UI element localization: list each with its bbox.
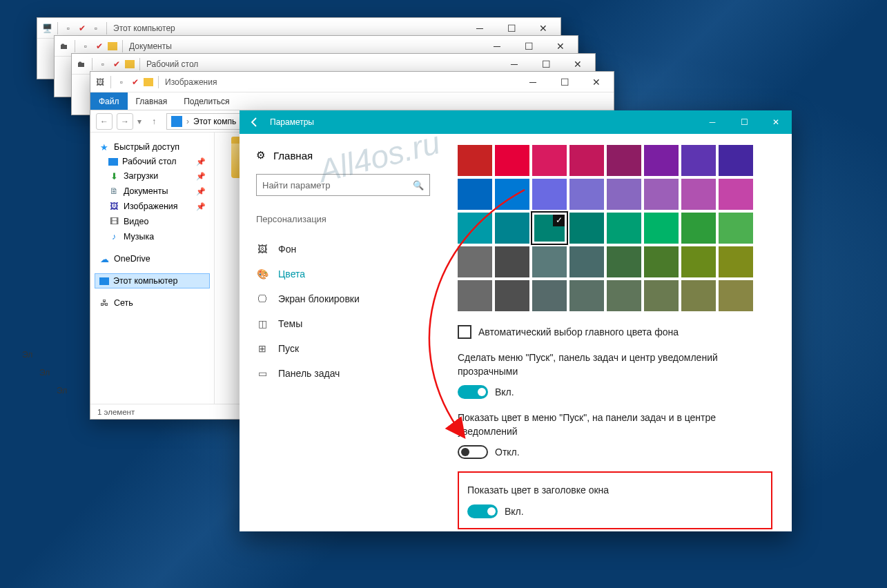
color-swatch[interactable] — [607, 179, 641, 210]
auto-pick-row[interactable]: Автоматический выбор главного цвета фона — [458, 325, 772, 339]
settings-category: Персонализация — [256, 214, 430, 224]
transparency-label: Сделать меню "Пуск", панель задач и цент… — [458, 351, 772, 378]
partial-label: Эл — [22, 350, 32, 360]
color-swatch[interactable] — [719, 213, 753, 244]
sidebar-item-videos[interactable]: 🎞 Видео — [95, 214, 210, 229]
color-swatch[interactable] — [607, 246, 641, 277]
close-button[interactable]: ✕ — [760, 110, 792, 134]
sidebar-item-desktop[interactable]: Рабочий стол 📌 — [95, 155, 210, 168]
color-swatch[interactable] — [719, 280, 753, 311]
color-swatch[interactable] — [495, 179, 529, 210]
cloud-icon: ☁ — [99, 253, 110, 264]
nav-forward-button[interactable]: → — [117, 113, 133, 130]
minimize-button[interactable]: ─ — [696, 110, 728, 134]
highlight-box: Показать цвет в заголовке окна Вкл. — [458, 471, 772, 529]
color-swatch[interactable] — [569, 145, 604, 176]
nav-up-button[interactable]: ↑ — [146, 113, 162, 130]
show-color-start-toggle[interactable] — [458, 445, 488, 459]
transparency-toggle[interactable] — [458, 385, 488, 399]
color-swatch[interactable] — [681, 280, 716, 311]
color-swatch[interactable] — [569, 246, 604, 277]
color-swatch[interactable] — [495, 145, 529, 176]
color-swatch[interactable] — [532, 280, 567, 311]
color-swatch[interactable] — [569, 213, 604, 244]
theme-icon: ◫ — [256, 318, 269, 329]
nav-back-button[interactable]: ← — [96, 113, 113, 130]
settings-title: Параметры — [270, 117, 314, 127]
ribbon-tab-share[interactable]: Поделиться — [175, 92, 237, 110]
color-swatch[interactable] — [644, 179, 679, 210]
color-swatch[interactable] — [569, 280, 604, 311]
color-swatch[interactable] — [719, 246, 753, 277]
sidebar-this-pc[interactable]: Этот компьютер — [95, 273, 210, 288]
sidebar-item-pictures[interactable]: 🖼 Изображения 📌 — [95, 199, 210, 214]
pin-icon: 📌 — [196, 202, 206, 211]
color-swatch[interactable] — [532, 145, 567, 176]
color-swatch[interactable] — [719, 145, 753, 176]
sidebar-onedrive[interactable]: ☁ OneDrive — [95, 251, 210, 266]
color-swatch[interactable] — [607, 145, 641, 176]
color-swatch[interactable] — [681, 246, 716, 277]
color-swatch[interactable] — [458, 213, 492, 244]
color-swatch[interactable] — [681, 213, 716, 244]
nav-item-start[interactable]: ⊞ Пуск — [256, 336, 430, 361]
window-title: Этот компьютер — [113, 23, 175, 33]
music-icon: ♪ — [108, 231, 119, 242]
color-swatch[interactable] — [495, 246, 529, 277]
pictures-icon: 🖼 — [95, 77, 106, 88]
window-title: Документы — [129, 41, 172, 51]
show-color-title-toggle[interactable] — [467, 504, 498, 518]
color-swatch[interactable] — [458, 145, 492, 176]
window-title: Изображения — [165, 77, 217, 87]
settings-home[interactable]: ⚙ Главная — [256, 149, 430, 161]
color-swatch[interactable] — [569, 179, 604, 210]
checkbox[interactable] — [458, 325, 471, 339]
color-swatch[interactable] — [607, 280, 641, 311]
color-swatch[interactable] — [458, 179, 492, 210]
color-swatch[interactable] — [458, 280, 492, 311]
color-swatch[interactable] — [458, 246, 492, 277]
maximize-button[interactable]: ☐ — [728, 110, 760, 134]
nav-item-lockscreen[interactable]: 🖵 Экран блокировки — [256, 286, 430, 311]
pictures-icon: 🖼 — [108, 201, 119, 212]
ribbon-tab-file[interactable]: Файл — [90, 92, 128, 110]
search-input[interactable]: Найти параметр 🔍 — [256, 174, 430, 196]
ribbon: Файл Главная Поделиться — [90, 92, 614, 110]
nav-item-background[interactable]: 🖼 Фон — [256, 237, 430, 262]
sidebar-item-documents[interactable]: 🗎 Документы 📌 — [95, 184, 210, 199]
sidebar-network[interactable]: 🖧 Сеть — [95, 295, 210, 311]
documents-icon: 🗎 — [108, 186, 119, 197]
color-swatch[interactable] — [644, 246, 679, 277]
color-swatch[interactable] — [495, 280, 529, 311]
start-icon: ⊞ — [256, 343, 269, 354]
color-swatch[interactable] — [681, 179, 716, 210]
sidebar-item-music[interactable]: ♪ Музыка — [95, 229, 210, 244]
minimize-button[interactable]: ─ — [517, 72, 549, 92]
sidebar-item-downloads[interactable]: ⬇ Загрузки 📌 — [95, 168, 210, 184]
color-swatch[interactable] — [495, 213, 529, 244]
color-swatch[interactable] — [607, 213, 641, 244]
close-button[interactable]: ✕ — [581, 72, 612, 92]
color-swatch[interactable] — [644, 213, 679, 244]
check-icon: ✓ — [553, 214, 565, 226]
nav-item-themes[interactable]: ◫ Темы — [256, 311, 430, 336]
nav-item-taskbar[interactable]: ▭ Панель задач — [256, 361, 430, 386]
partial-label: Эл — [57, 386, 67, 395]
computer-icon — [171, 116, 182, 127]
color-swatch[interactable]: ✓ — [532, 213, 567, 244]
window-title: Рабочий стол — [146, 59, 198, 69]
ribbon-tab-home[interactable]: Главная — [128, 92, 176, 110]
color-swatch[interactable] — [719, 179, 753, 210]
nav-item-colors[interactable]: 🎨 Цвета — [256, 262, 430, 286]
maximize-button[interactable]: ☐ — [549, 72, 581, 92]
color-swatch[interactable] — [681, 145, 716, 176]
color-swatch[interactable] — [532, 179, 567, 210]
color-swatch[interactable] — [644, 280, 679, 311]
settings-titlebar: Параметры ─ ☐ ✕ — [240, 110, 792, 134]
color-swatch[interactable] — [644, 145, 679, 176]
back-button[interactable] — [240, 110, 270, 134]
sidebar-quick-access[interactable]: ★ Быстрый доступ — [95, 139, 210, 155]
color-swatch[interactable] — [532, 246, 567, 277]
nav-history-icon[interactable]: ▾ — [137, 117, 142, 126]
show-color-start-label: Показать цвет в меню "Пуск", на панели з… — [458, 411, 772, 438]
